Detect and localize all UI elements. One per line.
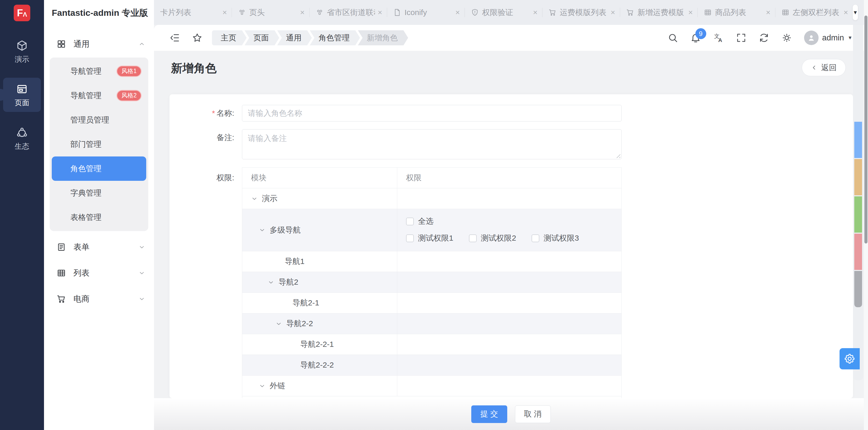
tree-expand-icon[interactable] (259, 382, 266, 389)
component-icon (238, 8, 246, 17)
select-all-checkbox[interactable]: 全选 (406, 216, 621, 227)
tree-expand-icon[interactable] (268, 279, 274, 286)
permission-cell (397, 313, 621, 334)
notifications-icon[interactable]: 9 (690, 32, 701, 43)
rail-item-label: 演示 (15, 54, 29, 64)
breadcrumb-item[interactable]: 页面 (245, 30, 279, 45)
permission-cell (397, 376, 621, 396)
tree-expand-icon[interactable] (259, 227, 266, 233)
checkbox[interactable] (406, 234, 414, 242)
sidebar-section-common[interactable]: 通用 (50, 32, 148, 56)
translate-icon[interactable]: 文A (713, 32, 724, 43)
module-cell: 导航2-1 (242, 293, 397, 313)
name-field-label: *名称: (169, 105, 234, 121)
tree-expand-icon[interactable] (251, 195, 258, 202)
cancel-button[interactable]: 取 消 (515, 405, 551, 423)
submit-button[interactable]: 提 交 (471, 405, 507, 423)
gear-icon (844, 353, 856, 365)
tab-6[interactable]: 运费模版列表× (542, 0, 620, 25)
sidebar-item-nav-style2[interactable]: 导航管理风格2 (52, 83, 146, 108)
minimap-segment-1[interactable] (854, 122, 862, 158)
tab-label: 页头 (249, 7, 297, 18)
style-badge: 风格2 (117, 90, 142, 101)
cube-icon (16, 39, 28, 52)
tab-4[interactable]: Iconify× (387, 0, 465, 25)
tab-3[interactable]: 省市区街道联动× (309, 0, 387, 25)
close-icon[interactable]: × (611, 8, 615, 17)
page-scrollbar[interactable] (864, 0, 868, 430)
close-icon[interactable]: × (378, 8, 382, 17)
sidebar-item-admin-management[interactable]: 管理员管理 (52, 108, 146, 132)
module-label: 导航1 (285, 256, 305, 267)
checkbox-label: 测试权限1 (418, 233, 454, 243)
perm-option-checkbox-1[interactable]: 测试权限1 (406, 233, 454, 243)
breadcrumb-item: 新增角色 (358, 30, 408, 45)
tab-2[interactable]: 页头× (231, 0, 309, 25)
remark-textarea[interactable] (242, 129, 622, 159)
search-icon[interactable] (668, 32, 678, 43)
favorite-star-icon[interactable] (192, 32, 203, 43)
theme-icon[interactable] (781, 32, 792, 43)
sidebar-item-role-management[interactable]: 角色管理 (52, 156, 146, 181)
perm-option-checkbox-2[interactable]: 测试权限2 (469, 233, 516, 243)
settings-fab[interactable] (840, 348, 860, 369)
tab-9[interactable]: 左侧双栏列表× (775, 0, 853, 25)
sidebar-section-list[interactable]: 列表 (50, 261, 148, 285)
tab-list-dropdown-button[interactable]: ▼ (853, 5, 858, 20)
tab-label: 卡片列表 (160, 7, 220, 18)
app-logo[interactable]: FΛ (14, 5, 30, 21)
scroll-minimap-track[interactable] (853, 25, 863, 380)
close-icon[interactable]: × (533, 8, 537, 17)
tab-1[interactable]: 卡片列表× (154, 0, 231, 25)
rail-item-demo[interactable]: 演示 (3, 34, 41, 68)
checkbox[interactable] (532, 234, 539, 242)
sidebar-item-dict-management[interactable]: 字典管理 (52, 181, 146, 205)
fullscreen-icon[interactable] (736, 32, 747, 43)
tab-5[interactable]: 权限验证× (465, 0, 542, 25)
refresh-icon[interactable] (758, 32, 769, 43)
remark-field-label: 备注: (169, 129, 234, 146)
sidebar-item-department-management[interactable]: 部门管理 (52, 132, 146, 156)
rail-item-ecosystem[interactable]: 生态 (3, 121, 41, 155)
close-icon[interactable]: × (766, 8, 770, 17)
module-label: 多级导航 (270, 225, 301, 235)
minimap-segment-2[interactable] (854, 159, 862, 195)
close-icon[interactable]: × (455, 8, 460, 17)
logo-letter: Λ (23, 11, 27, 18)
tree-expand-icon[interactable] (275, 320, 282, 327)
close-icon[interactable]: × (222, 8, 227, 17)
main-area: 卡片列表×页头×省市区街道联动×Iconify×权限验证×运费模版列表×新增运费… (154, 0, 868, 430)
close-icon[interactable]: × (300, 8, 305, 17)
user-menu[interactable]: admin ▼ (804, 31, 852, 45)
back-button[interactable]: 返回 (802, 59, 846, 76)
minimap-segment-4[interactable] (854, 234, 862, 270)
checkbox[interactable] (469, 234, 477, 242)
rail-item-pages[interactable]: 页面 (3, 78, 41, 112)
tab-bar: 卡片列表×页头×省市区街道联动×Iconify×权限验证×运费模版列表×新增运费… (154, 0, 868, 25)
sidebar-item-nav-style1[interactable]: 导航管理风格1 (52, 59, 146, 83)
avatar (804, 31, 818, 45)
breadcrumb-item[interactable]: 角色管理 (310, 30, 360, 45)
sidebar-group-common: 导航管理风格1导航管理风格2管理员管理部门管理角色管理字典管理表格管理 (50, 58, 148, 231)
perm-row-nav2-2-2: 导航2-2-2 (242, 355, 621, 376)
role-name-input[interactable] (242, 105, 622, 121)
permission-cell: 全选测试权限1测试权限2测试权限3 (397, 209, 621, 251)
tab-8[interactable]: 商品列表× (698, 0, 775, 25)
close-icon[interactable]: × (843, 8, 848, 17)
tab-7[interactable]: 新增运费模版× (620, 0, 698, 25)
sidebar-section-ecommerce[interactable]: 电商 (50, 286, 148, 311)
sidebar-item-table-management[interactable]: 表格管理 (52, 205, 146, 230)
breadcrumb-item[interactable]: 通用 (277, 30, 312, 45)
scrollbar-thumb[interactable] (864, 16, 867, 243)
checkbox[interactable] (406, 218, 414, 225)
sidebar-section-form[interactable]: 表单 (50, 235, 148, 260)
minimap-segment-3[interactable] (854, 196, 862, 233)
perm-option-checkbox-3[interactable]: 测试权限3 (532, 233, 579, 243)
breadcrumb-item[interactable]: 主页 (212, 30, 247, 45)
minimap-segment-5[interactable] (854, 271, 862, 307)
sidebar: Fantastic-admin 专业版 通用导航管理风格1导航管理风格2管理员管… (44, 0, 154, 430)
sidebar-collapse-icon[interactable] (169, 32, 180, 43)
chevron-down-icon (138, 295, 145, 302)
close-icon[interactable]: × (688, 8, 693, 17)
checkbox-label: 测试权限3 (544, 233, 579, 243)
